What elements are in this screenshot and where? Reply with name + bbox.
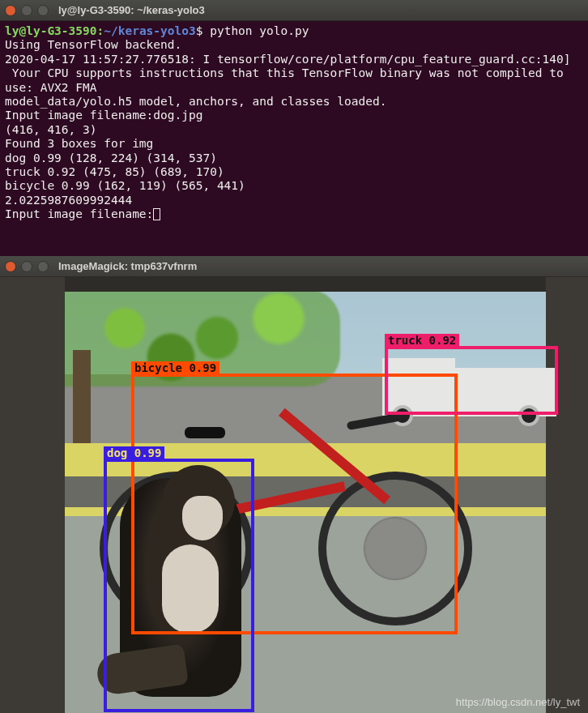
terminal-line: Input image filename:dog.jpg — [5, 109, 202, 122]
bbox-truck: truck 0.92 — [385, 346, 558, 415]
terminal-body[interactable]: ly@ly-G3-3590:~/keras-yolo3$ python yolo… — [0, 21, 588, 256]
command-text: python yolo.py — [202, 24, 309, 37]
terminal-line: Input image filename: — [5, 207, 153, 220]
terminal-window: ly@ly-G3-3590: ~/keras-yolo3 ly@ly-G3-35… — [0, 0, 588, 256]
minimize-icon[interactable] — [21, 5, 32, 16]
terminal-line: Your CPU supports instructions that this… — [5, 66, 570, 79]
image-window: ImageMagick: tmp637vfnrm — [0, 256, 588, 713]
terminal-line: dog 0.99 (128, 224) (314, 537) — [5, 152, 217, 164]
maximize-icon[interactable] — [37, 261, 49, 272]
image-canvas: bicycle 0.99 truck 0.92 dog 0.99 https:/… — [0, 277, 588, 713]
image-title-bar[interactable]: ImageMagick: tmp637vfnrm — [0, 256, 588, 277]
close-icon[interactable] — [5, 5, 16, 16]
image-title: ImageMagick: tmp637vfnrm — [58, 260, 197, 272]
terminal-line: 2.0225987609992444 — [5, 194, 132, 207]
scene-beam-top — [0, 277, 588, 292]
terminal-title: ly@ly-G3-3590: ~/keras-yolo3 — [58, 4, 205, 16]
watermark: https://blog.csdn.net/ly_twt — [456, 696, 580, 708]
terminal-line: (416, 416, 3) — [5, 123, 97, 136]
terminal-line: bicycle 0.99 (162, 119) (565, 441) — [5, 179, 245, 192]
terminal-line: use: AVX2 FMA — [5, 81, 97, 94]
bbox-dog: dog 0.99 — [104, 459, 254, 712]
prompt-path: ~/keras-yolo3 — [104, 24, 196, 37]
scene-beam-left — [0, 277, 65, 713]
bbox-label-dog: dog 0.99 — [104, 446, 164, 459]
bbox-label-truck: truck 0.92 — [385, 334, 459, 347]
prompt-user: ly@ly-G3-3590 — [5, 24, 97, 37]
bbox-label-bicycle: bicycle 0.99 — [131, 361, 219, 374]
terminal-line: truck 0.92 (475, 85) (689, 170) — [5, 165, 224, 178]
scene-beam-right — [546, 277, 588, 713]
terminal-line: Found 3 boxes for img — [5, 137, 153, 150]
terminal-line: 2020-04-17 11:57:27.776518: I tensorflow… — [5, 53, 570, 66]
terminal-line: model_data/yolo.h5 model, anchors, and c… — [5, 95, 386, 108]
close-icon[interactable] — [5, 261, 16, 272]
prompt-colon: : — [97, 24, 104, 37]
maximize-icon[interactable] — [37, 5, 49, 16]
cursor-icon — [153, 208, 160, 220]
minimize-icon[interactable] — [21, 261, 32, 272]
terminal-title-bar[interactable]: ly@ly-G3-3590: ~/keras-yolo3 — [0, 0, 588, 21]
terminal-line: Using TensorFlow backend. — [5, 38, 181, 51]
